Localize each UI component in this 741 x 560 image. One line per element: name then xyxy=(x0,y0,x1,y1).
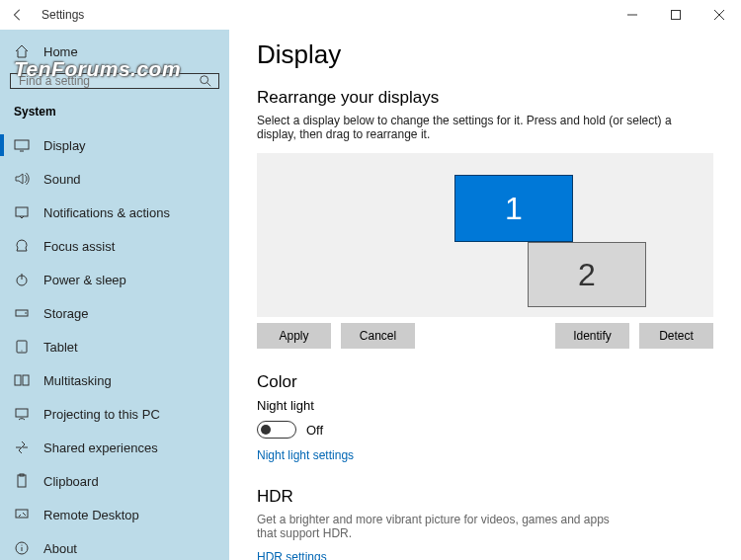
search-box[interactable] xyxy=(10,73,219,89)
sound-icon xyxy=(14,171,30,187)
rearrange-desc: Select a display below to change the set… xyxy=(257,114,713,141)
nav-label: Projecting to this PC xyxy=(43,407,160,422)
monitor-1[interactable]: 1 xyxy=(454,175,573,242)
sidebar-item-storage[interactable]: Storage xyxy=(0,296,229,330)
about-icon xyxy=(14,540,30,556)
svg-rect-13 xyxy=(15,375,21,385)
identify-button[interactable]: Identify xyxy=(555,323,629,349)
nav-label: Sound xyxy=(43,172,81,187)
focus-icon xyxy=(14,238,30,254)
cancel-button[interactable]: Cancel xyxy=(341,323,415,349)
nav-label: About xyxy=(43,541,77,556)
svg-rect-18 xyxy=(16,510,28,518)
titlebar: Settings xyxy=(0,0,741,30)
home-label: Home xyxy=(43,44,78,59)
sidebar-item-display[interactable]: Display xyxy=(0,128,229,162)
svg-rect-6 xyxy=(16,207,28,216)
svg-line-3 xyxy=(207,83,211,87)
svg-point-12 xyxy=(21,350,22,351)
night-light-label: Night light xyxy=(257,398,713,413)
sidebar-item-projecting[interactable]: Projecting to this PC xyxy=(0,397,229,431)
storage-icon xyxy=(14,305,30,321)
power-icon xyxy=(14,272,30,287)
nav-label: Storage xyxy=(43,306,89,321)
sidebar-item-notifications[interactable]: Notifications & actions xyxy=(0,196,229,229)
minimize-button[interactable] xyxy=(611,0,654,30)
hdr-settings-link[interactable]: HDR settings xyxy=(257,550,327,560)
hdr-desc: Get a brighter and more vibrant picture … xyxy=(257,513,632,540)
home-link[interactable]: Home xyxy=(0,36,229,67)
nav-label: Display xyxy=(43,138,86,153)
sidebar-item-remote[interactable]: Remote Desktop xyxy=(0,498,229,531)
nav-label: Clipboard xyxy=(43,474,99,489)
display-icon xyxy=(14,137,30,153)
display-arrangement[interactable]: 1 2 xyxy=(257,153,713,317)
night-light-toggle[interactable] xyxy=(257,421,296,439)
hdr-heading: HDR xyxy=(257,487,713,507)
color-heading: Color xyxy=(257,372,713,392)
page-title: Display xyxy=(257,40,713,70)
night-light-settings-link[interactable]: Night light settings xyxy=(257,448,354,462)
nav-label: Tablet xyxy=(43,340,78,355)
multitasking-icon xyxy=(14,372,30,388)
projecting-icon xyxy=(14,406,30,422)
sidebar-item-power[interactable]: Power & sleep xyxy=(0,263,229,296)
sidebar: Home System Display Sound Notifications … xyxy=(0,30,229,560)
sidebar-item-about[interactable]: About xyxy=(0,531,229,560)
sidebar-item-clipboard[interactable]: Clipboard xyxy=(0,464,229,498)
svg-point-21 xyxy=(21,544,22,545)
window-title: Settings xyxy=(41,8,84,22)
tablet-icon xyxy=(14,339,30,355)
detect-button[interactable]: Detect xyxy=(639,323,713,349)
sidebar-item-shared[interactable]: Shared experiences xyxy=(0,431,229,464)
nav-label: Focus assist xyxy=(43,239,115,254)
remote-icon xyxy=(14,507,30,522)
nav-label: Notifications & actions xyxy=(43,205,170,220)
sidebar-item-tablet[interactable]: Tablet xyxy=(0,330,229,363)
svg-point-10 xyxy=(25,312,27,314)
nav-label: Power & sleep xyxy=(43,273,126,287)
window-controls xyxy=(611,0,741,30)
sidebar-item-focus-assist[interactable]: Focus assist xyxy=(0,229,229,263)
svg-rect-14 xyxy=(23,375,29,385)
apply-button[interactable]: Apply xyxy=(257,323,331,349)
nav-label: Shared experiences xyxy=(43,440,158,455)
home-icon xyxy=(14,43,30,59)
toggle-state: Off xyxy=(306,423,323,438)
nav-label: Remote Desktop xyxy=(43,508,139,522)
search-input[interactable] xyxy=(11,74,193,88)
svg-rect-16 xyxy=(18,475,26,487)
maximize-button[interactable] xyxy=(654,0,698,30)
svg-rect-1 xyxy=(672,11,681,20)
svg-point-2 xyxy=(201,76,208,84)
notifications-icon xyxy=(14,204,30,220)
search-icon xyxy=(193,74,218,88)
svg-rect-4 xyxy=(15,140,29,149)
rearrange-heading: Rearrange your displays xyxy=(257,88,713,108)
svg-rect-15 xyxy=(16,409,28,417)
monitor-2[interactable]: 2 xyxy=(528,242,646,307)
nav-label: Multitasking xyxy=(43,373,112,388)
sidebar-item-multitasking[interactable]: Multitasking xyxy=(0,363,229,397)
back-button[interactable] xyxy=(8,5,28,25)
main-content: Display Rearrange your displays Select a… xyxy=(229,30,741,560)
shared-icon xyxy=(14,440,30,455)
sidebar-item-sound[interactable]: Sound xyxy=(0,162,229,196)
clipboard-icon xyxy=(14,473,30,489)
close-button[interactable] xyxy=(698,0,741,30)
sidebar-section: System xyxy=(0,99,229,128)
